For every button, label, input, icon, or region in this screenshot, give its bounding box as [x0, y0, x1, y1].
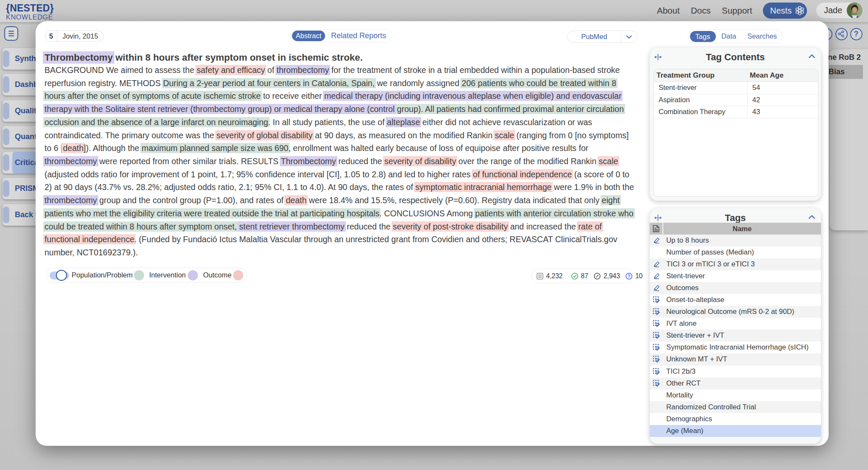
svg-text:?: ? [628, 274, 630, 278]
